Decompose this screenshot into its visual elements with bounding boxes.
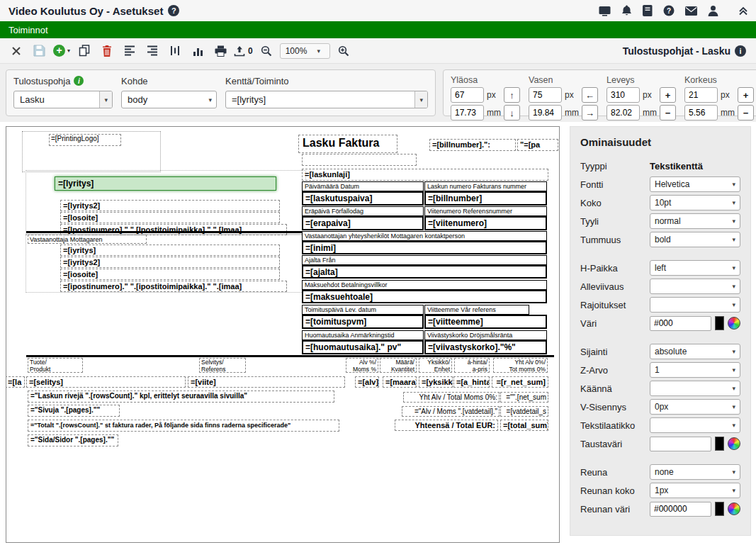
vasen-left-button[interactable]: ← [582,87,598,103]
background-color-input[interactable] [650,437,711,451]
ylaosa-down-button[interactable]: ↓ [504,105,520,120]
canvas-field[interactable]: Eräpäivä Förfallodag [302,206,424,216]
mail-icon[interactable] [685,6,697,16]
canvas-field[interactable]: =[ipostinumero]." ".[ipostitoimipaikka].… [60,281,287,292]
canvas-field[interactable]: =[alv] [355,376,379,388]
canvas-field[interactable]: =[laskunlaji] [302,169,548,181]
zoom-out-button[interactable] [257,42,276,60]
canvas-field[interactable]: =[billnumber].": [429,139,516,151]
ylaosa-px-input[interactable] [451,87,484,103]
border-color-input[interactable] [650,502,711,517]
h-align-select[interactable]: left▾ [650,260,740,276]
canvas-field[interactable]: ="".[net_sum [500,392,548,403]
weight-select[interactable]: bold▾ [650,232,740,247]
rotate-select[interactable]: ▾ [650,381,740,396]
v-indent-select[interactable]: 0px▾ [650,399,740,415]
canvas-field[interactable]: =[maksuehtoale] [302,290,547,303]
canvas-field[interactable]: =[a_hinta] [453,376,490,388]
ylaosa-mm-input[interactable] [451,105,484,120]
bell-icon[interactable] [621,5,632,16]
korkeus-mm-input[interactable] [684,105,718,120]
canvas-field[interactable]: ="Sida/Sidor ".[pages]."" [28,434,118,446]
vasen-right-button[interactable]: → [582,105,598,120]
canvas-field[interactable]: =[laskutuspaiva] [302,191,424,206]
color-swatch[interactable] [715,502,724,516]
template-canvas[interactable]: =[PrintingLogo]=[lyritys]=[lyritys2]=[lo… [6,126,560,543]
canvas-field[interactable]: Viitenumero Referensnummer [424,206,547,216]
leveys-mm-input[interactable] [607,105,640,120]
canvas-field[interactable]: ="Sivuja ".[pages]."" [28,405,120,417]
canvas-field[interactable]: á-hinta/ a-pris [454,358,490,373]
canvas-field[interactable]: =[PrintingLogo] [49,134,121,146]
color-picker-icon[interactable] [728,502,740,515]
color-swatch[interactable] [715,316,724,330]
save-button[interactable] [30,42,48,60]
vasen-px-input[interactable] [529,87,562,103]
leveys-px-input[interactable] [607,87,640,103]
canvas-field[interactable]: Huomautusaika Anmärkningstid [302,330,424,340]
font-select[interactable]: Helvetica▾ [650,176,740,192]
chart-button[interactable] [188,42,207,60]
canvas-field[interactable]: Lasku Faktura [298,135,397,153]
style-select[interactable]: normal▾ [650,213,740,229]
canvas-field[interactable]: =[viitenumero] [424,216,547,230]
canvas-field[interactable]: Yht Alv 0%/ Tot moms 0% [493,358,548,373]
canvas-field[interactable]: Alv %/ Moms % [346,358,378,373]
korkeus-px-input[interactable] [684,87,718,103]
color-input[interactable] [650,316,711,331]
canvas-field[interactable]: Viitteemme Vår referens [424,305,529,315]
kentta-toiminto-select[interactable]: =[lyritys] ▾ [225,91,428,108]
help-icon[interactable]: ? [663,5,675,16]
canvas-field[interactable]: Viivästyskorko Dröjsmålsränta [424,330,547,340]
kohde-select[interactable]: body ▾ [121,91,217,108]
canvas-field[interactable]: =[erapaiva] [302,216,424,230]
canvas-field[interactable]: =[toimituspvm] [302,315,424,329]
canvas-field[interactable]: Vastaanottaja Mottagaren [28,235,147,244]
zoom-level-select[interactable]: 100% ▾ [280,43,330,59]
size-select[interactable]: 10pt▾ [650,195,740,210]
canvas-field[interactable]: =[iyritys] [60,245,280,256]
add-button[interactable]: + ▾ [52,42,71,60]
position-select[interactable]: absolute▾ [650,344,740,359]
align-right-button[interactable] [143,42,162,60]
canvas-field[interactable]: =[yksikko] [419,376,453,388]
canvas-field[interactable]: =[vatdetail_s [500,406,548,417]
canvas-field[interactable]: =[r_net_sum] [492,376,548,388]
leveys-increase-button[interactable]: + [660,87,676,103]
canvas-field[interactable]: =[viivastyskorko]."%" [424,340,547,354]
canvas-field[interactable]: =[iosoite] [60,269,280,280]
ylaosa-up-button[interactable]: ↑ [504,87,520,103]
menu-toiminnot[interactable]: Toiminnot [9,25,48,35]
canvas-field[interactable]: =[inimi] [302,241,547,254]
print-button[interactable] [211,42,230,60]
vasen-mm-input[interactable] [529,105,562,120]
canvas-field[interactable]: Yksikkö/ Enhet [419,358,452,373]
korkeus-decrease-button[interactable]: − [738,105,754,120]
canvas-field-selected[interactable]: =[lyritys] [55,176,276,191]
canvas-field[interactable]: ="Totalt ".[rowsCount]." st faktura rade… [28,420,339,432]
canvas-field[interactable]: Päivämäärä Datum [302,181,424,191]
canvas-field[interactable]: =[lyritys2] [60,200,280,211]
canvas-field[interactable]: Laskun numero Fakturans nummer [424,181,547,191]
book-icon[interactable] [643,5,653,16]
canvas-field[interactable]: ="Laskun rivejä ".[rowsCount]." kpl, eri… [28,391,334,403]
collapse-icon[interactable] [738,6,749,16]
canvas-field[interactable]: Selvitys/ Referens [199,358,246,373]
canvas-field[interactable]: =[la [6,376,25,388]
korkeus-increase-button[interactable]: + [738,87,754,103]
canvas-field[interactable]: Maksuehdot Betalningsvillkor [302,280,547,290]
canvas-field[interactable]: =[maara] [383,376,417,388]
zoom-in-button[interactable] [334,42,353,60]
color-picker-icon[interactable] [728,317,740,330]
window-icon[interactable] [599,6,611,16]
canvas-field[interactable]: Yht Alv / Total Moms 0%: [403,392,500,403]
canvas-field[interactable]: Yhteensä / Total EUR: [395,420,498,431]
canvas-field[interactable]: =[billnumber] [424,191,547,206]
canvas-field[interactable]: Määrä/ Kvantitet [380,358,417,373]
canvas-field[interactable]: =[losoite] [60,212,280,223]
z-index-select[interactable]: 1▾ [650,362,740,378]
underline-select[interactable]: ▾ [650,279,740,294]
canvas-field[interactable]: Vastaanottajan yhteyshenkilöt Mottagaren… [302,231,547,241]
border-width-select[interactable]: 1px▾ [650,483,740,498]
textbox-select[interactable]: ▾ [650,417,740,433]
